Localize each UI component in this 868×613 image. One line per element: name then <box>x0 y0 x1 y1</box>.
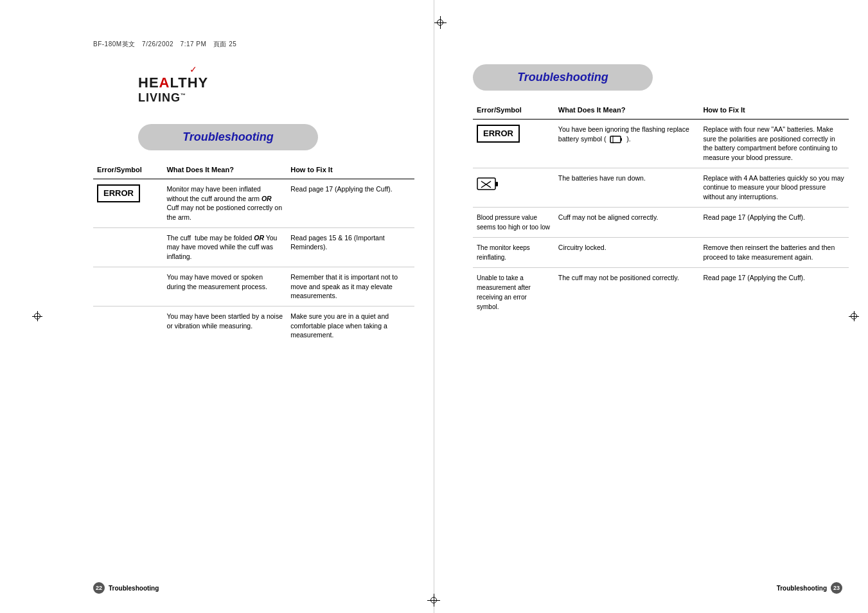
left-row4-mean: You may have been startled by a noise or… <box>163 306 287 345</box>
right-row3-mean: Cuff may not be aligned correctly. <box>554 207 700 237</box>
right-header-mean: What Does It Mean? <box>554 103 700 120</box>
right-error-symbol: ERROR <box>477 125 520 143</box>
logo-healthy: HEALTHY <box>138 75 414 91</box>
left-page-label: Troubleshooting <box>109 585 159 592</box>
battery-icon <box>610 135 623 144</box>
right-row1-mean: You have been ignoring the flashing repl… <box>554 120 700 168</box>
left-page-footer: 22 Troubleshooting <box>93 582 159 594</box>
right-header-fix: How to Fix It <box>699 103 849 120</box>
left-section-title: Troubleshooting <box>138 124 318 150</box>
left-row1-mean: Monitor may have been inflated without t… <box>163 179 287 228</box>
left-row3-mean: You may have moved or spoken during the … <box>163 267 287 306</box>
right-row5-mean: The cuff may not be positioned correctly… <box>554 267 700 317</box>
table-row: The monitor keeps reinflating. Circuitry… <box>473 237 849 267</box>
table-row: Unable to take a measurement after recei… <box>473 267 849 317</box>
logo-living: LIVING™ <box>138 91 414 105</box>
battery-dead-icon <box>477 176 500 193</box>
svg-rect-1 <box>621 138 622 141</box>
right-row2-mean: The batteries have run down. <box>554 168 700 207</box>
left-row1-fix: Read page 17 (Applying the Cuff). <box>287 179 414 228</box>
logo: ✓ HEALTHY LIVING™ <box>138 64 414 105</box>
table-row: You may have moved or spoken during the … <box>93 267 414 306</box>
left-row3-fix: Remember that it is important not to mov… <box>287 267 414 306</box>
table-row: The batteries have run down. Replace wit… <box>473 168 849 207</box>
right-row5-symbol: Unable to take a measurement after recei… <box>473 267 554 317</box>
table-row: You may have been startled by a noise or… <box>93 306 414 345</box>
left-page-number: 22 <box>93 582 105 594</box>
right-row2-fix: Replace with 4 AA batteries quickly so y… <box>699 168 849 207</box>
left-trouble-table: Error/Symbol What Does It Mean? How to F… <box>93 163 414 345</box>
right-trouble-table: Error/Symbol What Does It Mean? How to F… <box>473 103 849 317</box>
left-page: ✓ HEALTHY LIVING™ Troubleshooting Error/… <box>0 0 434 613</box>
left-header-fix: How to Fix It <box>287 163 414 179</box>
left-row4-fix: Make sure you are in a quiet and comfort… <box>287 306 414 345</box>
logo-tm: ™ <box>181 93 186 98</box>
right-page: Troubleshooting Error/Symbol What Does I… <box>434 0 868 613</box>
right-row1-fix: Replace with four new "AA" batteries. Ma… <box>699 120 849 168</box>
table-row: Blood pressure value seems too high or t… <box>473 207 849 237</box>
right-header-symbol: Error/Symbol <box>473 103 554 120</box>
right-page-label: Troubleshooting <box>777 585 827 592</box>
logo-checkmark: ✓ <box>190 64 414 75</box>
left-row2-fix: Read pages 15 & 16 (Important Reminders)… <box>287 227 414 267</box>
table-row: ERROR You have been ignoring the flashin… <box>473 120 849 168</box>
left-header-symbol: Error/Symbol <box>93 163 163 179</box>
right-page-footer: Troubleshooting 23 <box>777 582 842 594</box>
right-row4-fix: Remove then reinsert the batteries and t… <box>699 237 849 267</box>
right-row3-fix: Read page 17 (Applying the Cuff). <box>699 207 849 237</box>
right-row3-symbol: Blood pressure value seems too high or t… <box>473 207 554 237</box>
right-row4-symbol: The monitor keeps reinflating. <box>473 237 554 267</box>
right-row4-mean: Circuitry locked. <box>554 237 700 267</box>
right-page-number: 23 <box>831 582 842 594</box>
right-section-title: Troubleshooting <box>473 64 653 91</box>
svg-rect-4 <box>495 182 498 186</box>
left-header-mean: What Does It Mean? <box>163 163 287 179</box>
table-row: The cuff tube may be folded OR You may h… <box>93 227 414 267</box>
table-row: ERROR Monitor may have been inflated wit… <box>93 179 414 228</box>
left-row2-mean: The cuff tube may be folded OR You may h… <box>163 227 287 267</box>
right-row5-fix: Read page 17 (Applying the Cuff). <box>699 267 849 317</box>
error-symbol: ERROR <box>97 184 140 202</box>
svg-rect-0 <box>610 136 621 143</box>
